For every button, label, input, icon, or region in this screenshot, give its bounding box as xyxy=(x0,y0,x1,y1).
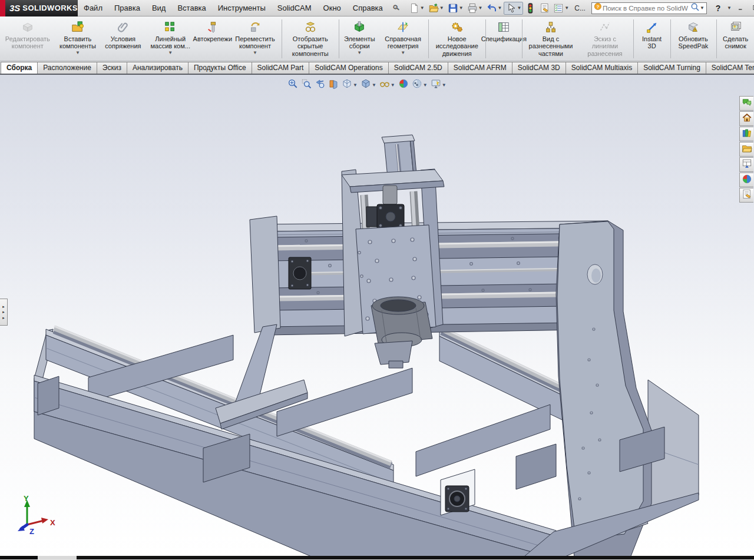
dropdown-arrow[interactable]: ▼ xyxy=(353,82,358,88)
ribbon-button-move-component[interactable]: Переместить компонент▼ xyxy=(230,18,280,60)
display-style-button[interactable]: ▼ xyxy=(360,78,377,92)
menu-SolidCAM[interactable]: SolidCAM xyxy=(272,0,318,16)
resources-home-tab[interactable] xyxy=(739,111,753,126)
menu-Файл[interactable]: Файл xyxy=(78,0,108,16)
undo-button[interactable]: ▼ xyxy=(485,2,504,15)
view-settings-button[interactable]: ▼ xyxy=(411,78,428,92)
dropdown-arrow[interactable]: ▼ xyxy=(478,5,483,11)
ribbon-button-bom[interactable]: Спецификация xyxy=(487,18,521,60)
ribbon-button-snapshot[interactable]: Сделать снимок xyxy=(717,18,753,60)
ribbon-button-assembly-features[interactable]: Элементы сборки▼ xyxy=(340,18,379,60)
ribbon-button-smart-fasteners[interactable]: Автокрепежи xyxy=(196,18,230,60)
ribbon-button-linear-pattern[interactable]: Линейный массив ком...▼ xyxy=(145,18,196,60)
forum-tab[interactable] xyxy=(739,96,753,111)
menu-Вставка[interactable]: Вставка xyxy=(171,0,211,16)
dropdown-arrow[interactable]: ▼ xyxy=(75,51,80,55)
open-button[interactable]: ▼ xyxy=(426,2,446,15)
dropdown-arrow[interactable]: ▼ xyxy=(253,51,257,55)
dropdown-arrow[interactable]: ▼ xyxy=(420,5,425,11)
ribbon-button-instant3d[interactable]: Instant 3D xyxy=(635,18,669,60)
help-button[interactable]: ? xyxy=(710,2,726,14)
menu-bar: ФайлПравкаВидВставкаИнструментыSolidCAMО… xyxy=(78,0,389,16)
ribbon-button-label: Новое исследование движения xyxy=(433,35,481,57)
hide-show-items-button[interactable]: ▼ xyxy=(379,78,396,92)
ribbon-button-reference-geometry[interactable]: Справочная геометрия▼ xyxy=(379,18,427,60)
select-cursor-icon xyxy=(505,3,516,14)
tab-эскиз[interactable]: Эскиз xyxy=(97,62,127,74)
dropdown-arrow[interactable]: ▼ xyxy=(442,82,447,88)
tab-solidcam-afrm[interactable]: SolidCAM AFRM xyxy=(448,62,512,74)
ribbon-button-motion-study[interactable]: Новое исследование движения xyxy=(430,18,484,60)
show-hidden-icon xyxy=(304,20,317,34)
custom-properties-tab[interactable] xyxy=(739,188,753,203)
menu-Инструменты[interactable]: Инструменты xyxy=(212,0,272,16)
view-palette-tab[interactable] xyxy=(739,157,753,172)
truncated-toolbar-item[interactable]: C... xyxy=(571,4,589,12)
print-icon xyxy=(467,3,478,14)
graphics-viewport[interactable]: Y X Z ▼▼▼▼▼ ▸▸▸ xyxy=(0,75,754,556)
dropdown-arrow[interactable]: ▼ xyxy=(459,5,464,11)
minimize-icon xyxy=(737,3,744,14)
menu-Правка[interactable]: Правка xyxy=(108,0,146,16)
ribbon-button-mates[interactable]: Условия сопряжения xyxy=(101,18,145,60)
tab-сборка[interactable]: Сборка xyxy=(1,62,38,74)
help-dropdown-arrow[interactable]: ▼ xyxy=(727,5,732,11)
search-input[interactable] xyxy=(603,5,690,12)
rebuild-traffic-light-button[interactable] xyxy=(523,2,537,15)
select-cursor-button[interactable]: ▼ xyxy=(504,2,523,15)
zoom-to-area-button[interactable] xyxy=(300,78,312,92)
dropdown-arrow[interactable]: ▼ xyxy=(423,82,428,88)
dropdown-arrow[interactable]: ▼ xyxy=(357,51,362,55)
menubar-pin-icon[interactable]: 🔍︎ xyxy=(388,2,404,13)
search-magnifier-icon[interactable] xyxy=(690,2,700,14)
view-orientation-button[interactable]: ▼ xyxy=(341,78,358,92)
dropdown-arrow[interactable]: ▼ xyxy=(498,5,502,11)
zoom-to-fit-button[interactable] xyxy=(287,78,299,92)
dropdown-arrow[interactable]: ▼ xyxy=(168,51,173,55)
dropdown-arrow[interactable]: ▼ xyxy=(517,5,521,11)
restore-button[interactable] xyxy=(748,2,754,14)
tab-solidcam-2.5d[interactable]: SolidCAM 2.5D xyxy=(388,62,448,74)
tab-solidcam-3d[interactable]: SolidCAM 3D xyxy=(512,62,566,74)
print-button[interactable]: ▼ xyxy=(465,2,485,15)
apply-scene-button[interactable] xyxy=(398,78,409,92)
tab-solidcam-templates[interactable]: SolidCAM Templates xyxy=(706,62,754,74)
tab-анализировать[interactable]: Анализировать xyxy=(127,62,188,74)
dropdown-arrow[interactable]: ▼ xyxy=(372,82,376,88)
section-view-button[interactable] xyxy=(328,78,339,92)
dropdown-arrow[interactable]: ▼ xyxy=(401,51,405,55)
ribbon-button-speedpak[interactable]: !Обновить SpeedPak xyxy=(672,18,715,60)
options-button[interactable]: ▼ xyxy=(551,2,571,15)
compare-screenshot-button[interactable]: ▼ xyxy=(430,78,447,92)
tab-solidcam-operations[interactable]: SolidCAM Operations xyxy=(309,62,388,74)
svg-text:Y: Y xyxy=(24,494,29,503)
save-button[interactable]: ▼ xyxy=(446,2,465,15)
ribbon-button-show-hidden[interactable]: Отобразить скрытые компоненты xyxy=(283,18,338,60)
search-dropdown-arrow[interactable]: ▼ xyxy=(700,5,705,11)
command-manager-ribbon: Редактировать компонентВставить компонен… xyxy=(0,16,754,61)
menu-Окно[interactable]: Окно xyxy=(318,0,347,16)
search-box[interactable]: ? ▼ xyxy=(591,2,707,14)
file-explorer-tab[interactable] xyxy=(739,142,753,157)
tab-solidcam-turning[interactable]: SolidCAM Turning xyxy=(637,62,706,74)
new-document-button[interactable]: ▼ xyxy=(407,2,426,15)
tab-solidcam-multiaxis[interactable]: SolidCAM Multiaxis xyxy=(566,62,638,74)
dropdown-arrow[interactable]: ▼ xyxy=(391,82,395,88)
menu-Справка[interactable]: Справка xyxy=(347,0,389,16)
ribbon-button-insert-components[interactable]: Вставить компоненты▼ xyxy=(55,18,101,60)
dropdown-arrow[interactable]: ▼ xyxy=(564,5,569,11)
feature-tree-expander[interactable]: ▸▸▸ xyxy=(0,299,8,326)
dropdown-arrow[interactable]: ▼ xyxy=(439,5,444,11)
menu-Вид[interactable]: Вид xyxy=(146,0,172,16)
file-properties-button[interactable] xyxy=(537,2,551,15)
tab-solidcam-part[interactable]: SolidCAM Part xyxy=(252,62,310,74)
tab-расположение[interactable]: Расположение xyxy=(37,62,97,74)
ribbon-group-separator xyxy=(339,19,339,58)
previous-view-button[interactable] xyxy=(314,78,326,92)
minimize-button[interactable] xyxy=(733,2,748,14)
design-library-tab[interactable] xyxy=(739,127,753,141)
tab-продукты-office[interactable]: Продукты Office xyxy=(188,62,252,74)
ribbon-button-exploded-view[interactable]: Вид с разнесенными частями xyxy=(524,18,578,60)
appearances-tab[interactable] xyxy=(739,173,753,187)
assembly-features-icon xyxy=(353,20,366,34)
